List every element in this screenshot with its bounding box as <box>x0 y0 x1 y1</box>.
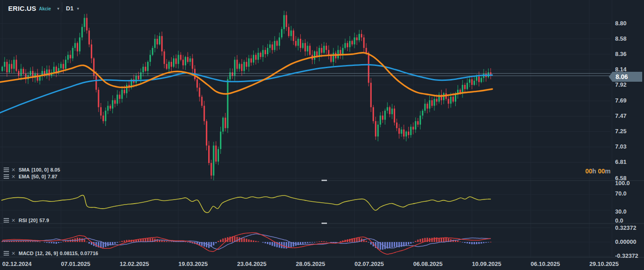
sma-indicator-label: SMA[100, 0]8.05 <box>19 167 62 172</box>
trading-chart-screen: ERIC.US Akcie ▼ D1 ▼ ✕ SMA[100, 0]8.05 ✕… <box>0 0 644 270</box>
macd-axis-label: 0.32372 <box>615 224 643 232</box>
price-axis-label: 8.58 <box>615 35 643 42</box>
date-axis-label: 06.08.2025 <box>413 261 443 267</box>
price-axis-label: 7.69 <box>615 97 643 104</box>
chevron-down-icon: ▼ <box>76 7 80 11</box>
candle-countdown: 00h 00m <box>585 168 611 175</box>
rsi-axis-label: 70.0 <box>615 190 643 197</box>
indicator-remove-icon[interactable]: ✕ <box>11 174 15 179</box>
header-divider <box>62 2 62 12</box>
price-axis-label: 7.47 <box>615 112 643 120</box>
indicator-settings-icon[interactable] <box>4 218 9 223</box>
date-axis-label: 10.09.2025 <box>472 261 501 267</box>
date-axis-label: 29.10.2025 <box>589 261 619 267</box>
indicator-row-sma: ✕ SMA[100, 0]8.05 <box>4 167 62 173</box>
macd-axis-label: 0.00000 <box>615 238 643 246</box>
ema-indicator-label: EMA[50, 0]7.87 <box>19 174 59 179</box>
price-axis-label: 8.36 <box>615 51 643 58</box>
panel-resize-handle-rsi[interactable] <box>322 180 327 181</box>
date-axis-label: 07.01.2025 <box>61 261 90 267</box>
rsi-axis-label: 30.0 <box>615 208 643 215</box>
date-axis-label: 02.12.2024 <box>2 261 32 267</box>
chevron-down-icon: ▼ <box>56 7 60 11</box>
rsi-axis-label: 100.0 <box>615 180 643 187</box>
indicator-row-rsi: ✕ RSI[20]57.9 <box>4 217 51 223</box>
date-axis-label: 28.05.2025 <box>296 261 325 267</box>
rsi-axis-label: 0.0 <box>615 217 643 224</box>
panel-resize-handle-macd[interactable] <box>322 223 327 224</box>
market-type-badge: Akcie <box>39 6 51 11</box>
price-axis-label: 8.80 <box>615 20 643 27</box>
price-axis-label: 7.92 <box>615 81 643 88</box>
indicator-settings-icon[interactable] <box>4 168 9 172</box>
symbol-selector[interactable]: ERIC.US Akcie ▼ <box>8 5 60 12</box>
macd-axis-label: -0.32372 <box>615 252 643 260</box>
date-axis-label: 19.03.2025 <box>178 261 208 267</box>
price-axis-label: 6.81 <box>615 158 643 166</box>
date-axis-label: 12.02.2025 <box>120 261 149 267</box>
indicator-remove-icon[interactable]: ✕ <box>11 251 15 256</box>
date-axis-label: 06.10.2025 <box>531 261 560 267</box>
date-axis-label: 23.04.2025 <box>237 261 266 267</box>
current-price-badge: 8.06 <box>609 72 642 82</box>
indicator-row-ema: ✕ EMA[50, 0]7.87 <box>4 173 59 180</box>
indicator-remove-icon[interactable]: ✕ <box>11 168 15 172</box>
rsi-indicator-label: RSI[20]57.9 <box>19 218 51 223</box>
indicator-remove-icon[interactable]: ✕ <box>11 218 15 223</box>
indicator-row-macd: ✕ MACD[12, 26, 9]0.08115, 0.07716 <box>4 250 100 256</box>
indicator-settings-icon[interactable] <box>4 174 9 179</box>
price-axis-label: 7.03 <box>615 143 643 150</box>
timeframe-selector[interactable]: D1 ▼ <box>66 5 80 12</box>
price-axis-label: 7.25 <box>615 128 643 135</box>
date-axis-label: 02.07.2025 <box>355 261 384 267</box>
symbol-label: ERIC.US <box>8 5 36 12</box>
chart-canvas[interactable] <box>0 0 644 270</box>
timeframe-label: D1 <box>66 5 74 12</box>
macd-indicator-label: MACD[12, 26, 9]0.08115, 0.07716 <box>19 251 100 256</box>
indicator-settings-icon[interactable] <box>4 251 9 256</box>
